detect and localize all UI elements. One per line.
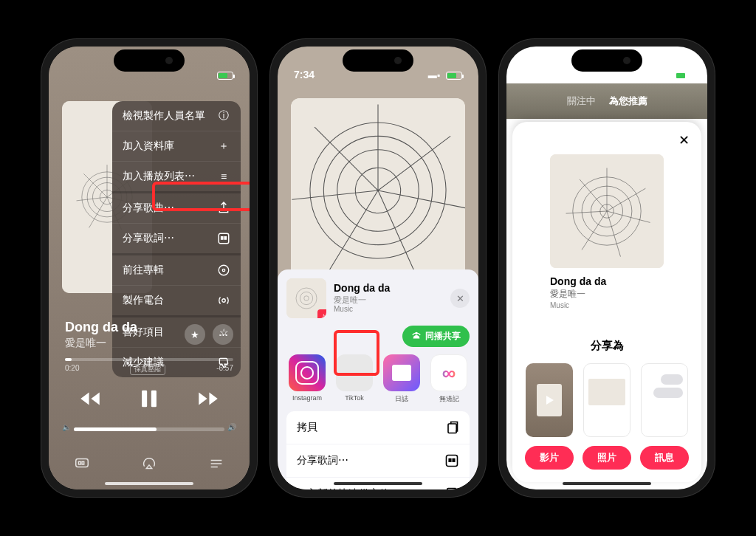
app-tiktok[interactable]: TikTok (335, 354, 374, 404)
bottom-toolbar (49, 456, 250, 472)
menu-share-song[interactable]: 分享歌曲⋯ (112, 193, 241, 224)
time-elapsed: 0:20 (65, 364, 79, 375)
app-instagram[interactable]: Instagram (288, 354, 326, 404)
share-sheet: ♪ Dong da da 愛是唯一 Music ✕ 同播共享 Instagra (278, 269, 478, 489)
next-button[interactable] (196, 386, 221, 414)
music-badge-icon: ♪ (317, 309, 326, 318)
action-copy[interactable]: 拷貝 (286, 411, 470, 444)
tab-for-you[interactable]: 為您推薦 (609, 95, 647, 108)
previous-button[interactable] (78, 386, 103, 414)
instagram-icon (289, 354, 326, 391)
lossless-badge: 保真壓縮 (130, 364, 165, 375)
svg-point-5 (219, 265, 229, 275)
signal-icon: ▬▪ (428, 70, 440, 80)
home-indicator[interactable] (563, 482, 651, 485)
phone-2-share-sheet: 7:34 ▬▪ ♪ Dong da da 愛是唯一 Music (270, 39, 486, 497)
quote-icon (217, 232, 230, 245)
home-indicator[interactable] (334, 482, 422, 485)
tab-following[interactable]: 關注中 (567, 95, 596, 108)
menu-share-lyrics[interactable]: 分享歌詞⋯ (112, 224, 241, 255)
app-journal[interactable]: 日誌 (382, 354, 421, 404)
volume-slider[interactable] (74, 427, 224, 431)
lyrics-button[interactable] (74, 456, 90, 472)
song-card: Dong da da 愛是唯一 Music (550, 154, 664, 309)
template-video[interactable] (526, 363, 573, 437)
button-video[interactable]: 影片 (525, 446, 574, 470)
phone-1-now-playing: 7:34 ▬▪ 檢視製作人員名單 ⓘ 加入資料庫 ＋ 加入播放列表⋯ (41, 39, 257, 497)
time-remaining: -6:57 (216, 364, 233, 375)
template-message[interactable] (641, 363, 688, 437)
template-photo[interactable] (583, 363, 630, 437)
svg-rect-4 (219, 233, 229, 244)
freeform-icon (430, 354, 467, 391)
plus-icon: ＋ (217, 140, 230, 153)
action-share-lyrics[interactable]: 分享歌詞⋯ (286, 444, 470, 477)
share-as-heading: 分享為 (512, 339, 701, 353)
card-artist: 愛是唯一 (550, 288, 664, 300)
volume-high-icon: 🔊 (227, 423, 236, 431)
song-title: Dong da da (65, 320, 137, 335)
app-freeform[interactable]: 無邊記 (430, 354, 468, 404)
share-modal: ✕ Dong da da 愛是唯一 Music 分享為 影片 照片 (512, 122, 701, 482)
menu-add-playlist[interactable]: 加入播放列表⋯ ≡ (112, 162, 241, 193)
svg-rect-9 (151, 391, 157, 408)
share-title: Dong da da (334, 282, 443, 295)
progress-area[interactable]: 0:20 保真壓縮 -6:57 (65, 358, 233, 375)
quote-icon (444, 453, 459, 468)
battery-icon (446, 72, 462, 80)
menu-label: 加入播放列表⋯ (123, 170, 195, 183)
svg-point-16 (300, 292, 312, 304)
queue-button[interactable] (208, 456, 224, 472)
shareplay-icon (411, 330, 422, 343)
share-artist: 愛是唯一 (334, 295, 443, 306)
phone-3-tiktok-share: 7:34 ▬▪ 關注中 為您推薦 ✕ Dong da da 愛是唯一 Music… (499, 39, 715, 497)
share-source: Music (334, 305, 443, 315)
close-button[interactable]: ✕ (450, 289, 470, 308)
progress-bar[interactable] (65, 358, 233, 361)
menu-label: 前往專輯 (123, 264, 164, 277)
svg-rect-21 (447, 489, 457, 490)
airplay-button[interactable] (141, 456, 157, 472)
shareplay-button[interactable]: 同播共享 (402, 326, 470, 347)
share-apps-row: Instagram TikTok 日誌 無邊記 (286, 347, 470, 407)
menu-label: 加入資料庫 (123, 140, 174, 153)
action-label: 分享歌詞⋯ (297, 454, 348, 467)
status-time: 7:34 (294, 69, 315, 80)
battery-icon (675, 72, 691, 80)
close-button[interactable]: ✕ (678, 132, 690, 148)
signal-icon: ▬▪ (657, 70, 669, 80)
button-message[interactable]: 訊息 (640, 446, 689, 470)
app-label: 日誌 (395, 394, 408, 404)
favorite-button[interactable]: ★ (185, 324, 205, 345)
menu-create-station[interactable]: 製作電台 (112, 286, 241, 317)
note-icon (444, 487, 459, 489)
menu-label: 分享歌曲⋯ (123, 202, 174, 215)
album-icon (217, 264, 230, 277)
song-artist: 愛是唯一 (65, 337, 137, 350)
status-indicators: ▬▪ (657, 70, 691, 80)
menu-goto-album[interactable]: 前往專輯 (112, 255, 241, 286)
journal-icon (383, 354, 420, 391)
menu-label: 分享歌詞⋯ (123, 232, 174, 245)
home-indicator[interactable] (105, 482, 193, 485)
menu-view-credits[interactable]: 檢視製作人員名單 ⓘ (112, 101, 241, 131)
info-icon: ⓘ (217, 109, 230, 123)
button-photo[interactable]: 照片 (583, 446, 631, 470)
menu-add-library[interactable]: 加入資料庫 ＋ (112, 131, 241, 162)
more-button[interactable]: ⋯ (213, 324, 233, 345)
battery-icon (217, 72, 233, 80)
card-title: Dong da da (550, 275, 664, 287)
card-artwork (550, 154, 664, 268)
dynamic-island (571, 49, 642, 72)
menu-label: 檢視製作人員名單 (123, 109, 205, 123)
album-artwork (291, 98, 465, 283)
card-source: Music (550, 301, 664, 309)
pause-button[interactable] (137, 386, 162, 414)
shareplay-label: 同播共享 (425, 330, 461, 343)
svg-rect-20 (447, 456, 458, 467)
share-icon (217, 202, 230, 215)
action-label: 加入新的快速備忘錄 (297, 487, 390, 489)
share-templates (512, 363, 701, 437)
list-icon: ≡ (217, 170, 230, 183)
app-label: TikTok (345, 394, 364, 402)
